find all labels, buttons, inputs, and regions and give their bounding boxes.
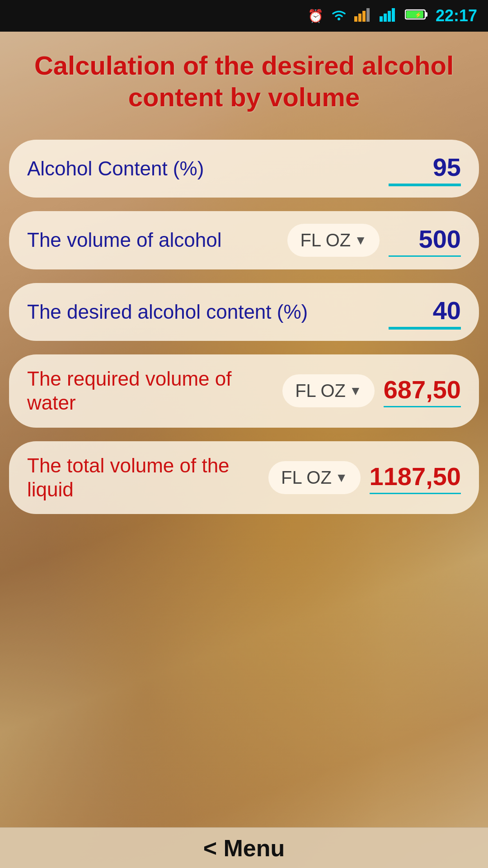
svg-rect-3: [362, 11, 366, 22]
required-water-value: 687,50: [384, 375, 461, 407]
alcohol-content-row: Alcohol Content (%) 95: [9, 140, 479, 198]
clock-icon: ⏰: [308, 9, 324, 24]
total-volume-row: The total volume of the liquid FL OZ ▼ 1…: [9, 441, 479, 514]
app-title: Calculation of the desired alcohol conte…: [9, 41, 479, 122]
svg-rect-7: [388, 11, 391, 22]
wifi-icon: [331, 8, 347, 24]
signal2-icon: [380, 7, 398, 25]
volume-alcohol-value[interactable]: 500: [389, 224, 461, 257]
dropdown-arrow3: ▼: [335, 471, 348, 485]
volume-alcohol-row: The volume of alcohol FL OZ ▼ 500: [9, 211, 479, 269]
battery-icon: ⚡: [405, 8, 428, 24]
desired-alcohol-row: The desired alcohol content (%) 40: [9, 283, 479, 341]
dropdown-arrow: ▼: [354, 233, 367, 248]
signal-icon: [354, 7, 372, 25]
total-volume-unit: FL OZ: [281, 467, 332, 488]
svg-rect-5: [380, 16, 383, 22]
alcohol-content-label: Alcohol Content (%): [27, 157, 389, 181]
required-water-unit: FL OZ: [295, 381, 346, 401]
svg-rect-2: [358, 14, 361, 22]
volume-alcohol-unit-dropdown[interactable]: FL OZ ▼: [287, 224, 380, 257]
svg-point-0: [338, 18, 340, 20]
svg-text:⚡: ⚡: [415, 11, 422, 18]
status-bar: ⏰ ⚡ 22:17: [0, 0, 488, 32]
svg-rect-8: [392, 8, 395, 22]
desired-alcohol-label: The desired alcohol content (%): [27, 300, 389, 324]
svg-rect-10: [425, 12, 427, 17]
desired-alcohol-value[interactable]: 40: [389, 296, 461, 328]
required-water-label: The required volume of water: [27, 367, 282, 415]
total-volume-label: The total volume of the liquid: [27, 454, 268, 502]
volume-alcohol-label: The volume of alcohol: [27, 228, 287, 252]
svg-rect-1: [354, 16, 357, 22]
required-water-unit-dropdown[interactable]: FL OZ ▼: [282, 374, 375, 407]
status-time: 22:17: [436, 6, 477, 25]
menu-bar[interactable]: < Menu: [0, 827, 488, 868]
volume-alcohol-unit: FL OZ: [300, 230, 351, 250]
alcohol-content-value[interactable]: 95: [389, 152, 461, 185]
total-volume-value: 1187,50: [370, 462, 461, 494]
svg-rect-6: [384, 14, 387, 22]
total-volume-unit-dropdown[interactable]: FL OZ ▼: [268, 461, 361, 494]
main-content: Calculation of the desired alcohol conte…: [0, 32, 488, 827]
menu-label[interactable]: < Menu: [203, 835, 285, 862]
dropdown-arrow2: ▼: [349, 384, 362, 398]
required-water-row: The required volume of water FL OZ ▼ 687…: [9, 354, 479, 428]
svg-rect-4: [366, 8, 370, 22]
